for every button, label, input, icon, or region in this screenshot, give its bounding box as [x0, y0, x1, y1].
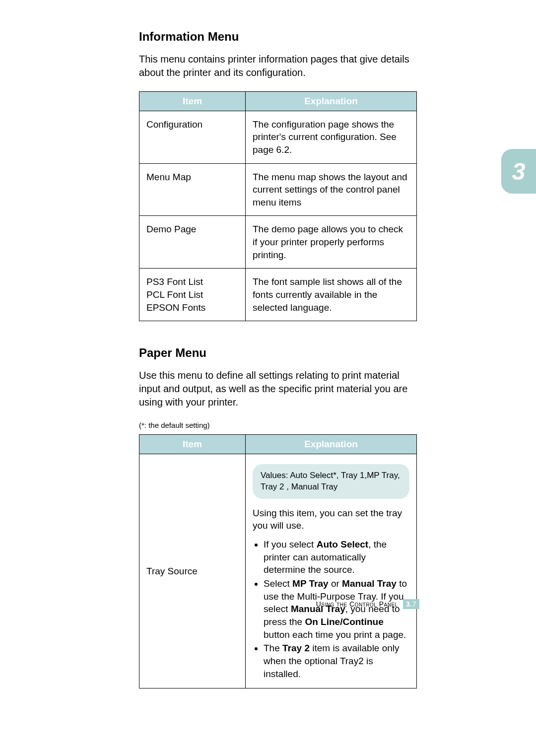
cell-item: Demo Page	[139, 216, 246, 269]
col-header-explanation: Explanation	[246, 435, 417, 454]
default-setting-note: (*: the default setting)	[139, 421, 417, 429]
item-line: PS3 Font List	[146, 275, 238, 288]
footer-chapter: 3.	[406, 600, 412, 608]
bold-text: On Line/Continue	[305, 617, 383, 627]
chapter-tab: 3	[501, 149, 536, 194]
text: The	[264, 643, 282, 653]
cell-explanation: The configuration page shows the printer…	[246, 111, 417, 163]
item-line: PCL Font List	[146, 288, 238, 301]
text: or	[329, 578, 342, 589]
cell-item: Tray Source	[139, 454, 246, 688]
bold-text: Auto Select	[317, 539, 369, 550]
cell-item-fonts: PS3 Font List PCL Font List EPSON Fonts	[139, 269, 246, 321]
col-header-explanation: Explanation	[246, 92, 417, 111]
info-menu-intro: This menu contains printer information p…	[139, 53, 417, 79]
cell-explanation: The demo page allows you to check if you…	[246, 216, 417, 269]
bold-text: Manual Tray	[342, 578, 397, 589]
table-row: Configuration The configuration page sho…	[139, 111, 417, 163]
bold-text: MP Tray	[292, 578, 329, 589]
bold-text: Tray 2	[282, 643, 310, 653]
text: If you select	[264, 539, 317, 550]
col-header-item: Item	[139, 435, 246, 454]
cell-explanation: The menu map shows the layout and curren…	[246, 163, 417, 216]
table-row: PS3 Font List PCL Font List EPSON Fonts …	[139, 269, 417, 321]
cell-explanation: The font sample list shows all of the fo…	[246, 269, 417, 321]
paper-menu-title: Paper Menu	[139, 346, 417, 360]
table-row: Tray Source Values: Auto Select*, Tray 1…	[139, 454, 417, 688]
cell-item: Menu Map	[139, 163, 246, 216]
tray-source-desc: Using this item, you can set the tray yo…	[253, 507, 409, 532]
info-menu-table: Item Explanation Configuration The confi…	[139, 91, 417, 321]
list-item: If you select Auto Select, the printer c…	[264, 538, 409, 576]
page-footer: Using the Control Panel 3.7	[316, 599, 419, 609]
table-header-row: Item Explanation	[139, 435, 417, 454]
text: button each time you print a page.	[264, 629, 406, 640]
table-row: Demo Page The demo page allows you to ch…	[139, 216, 417, 269]
table-header-row: Item Explanation	[139, 92, 417, 111]
col-header-item: Item	[139, 92, 246, 111]
page-number-box: 3.7	[403, 599, 419, 609]
cell-item: Configuration	[139, 111, 246, 163]
content-area: Information Menu This menu contains prin…	[139, 30, 417, 688]
chapter-number: 3	[512, 158, 526, 185]
footer-section-title: Using the Control Panel	[316, 600, 398, 608]
table-row: Menu Map The menu map shows the layout a…	[139, 163, 417, 216]
values-box: Values: Auto Select*, Tray 1,MP Tray, Tr…	[253, 464, 409, 499]
list-item: The Tray 2 item is available only when t…	[264, 642, 409, 680]
cell-explanation: Values: Auto Select*, Tray 1,MP Tray, Tr…	[246, 454, 417, 688]
footer-page: 7	[412, 600, 416, 608]
info-menu-title: Information Menu	[139, 30, 417, 44]
paper-menu-table: Item Explanation Tray Source Values: Aut…	[139, 434, 417, 688]
item-line: EPSON Fonts	[146, 301, 238, 314]
document-page: 3 Information Menu This menu contains pr…	[0, 0, 536, 688]
text: Select	[264, 578, 292, 589]
paper-menu-intro: Use this menu to define all settings rel…	[139, 369, 417, 409]
